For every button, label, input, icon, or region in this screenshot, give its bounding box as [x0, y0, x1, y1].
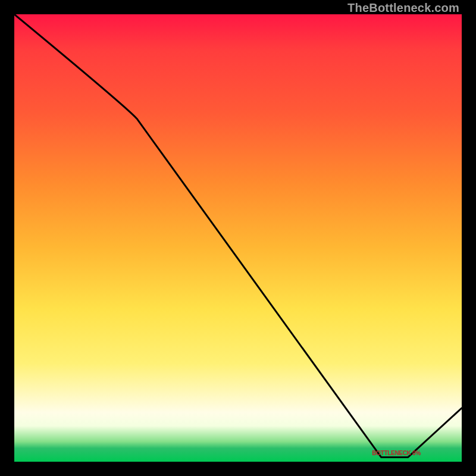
bottleneck-line-chart	[14, 14, 462, 462]
plot-area: BOTTLENECK 0%	[14, 14, 462, 462]
watermark-text: TheBottleneck.com	[347, 1, 459, 15]
chart-container: TheBottleneck.com BOTTLENECK 0%	[0, 0, 476, 476]
bottleneck-curve	[14, 14, 462, 457]
